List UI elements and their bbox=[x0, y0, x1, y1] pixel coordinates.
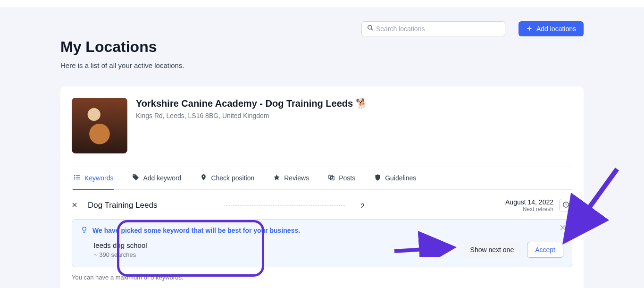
svg-marker-10 bbox=[274, 174, 280, 180]
page-title: My Locations bbox=[60, 38, 584, 56]
list-icon bbox=[74, 174, 81, 182]
keyword-suggestion-panel: We have picked some keyword that will be… bbox=[72, 219, 572, 267]
location-address: Kings Rd, Leeds, LS16 8BG, United Kingdo… bbox=[136, 112, 368, 119]
page-subtitle: Here is a list of all your active locati… bbox=[60, 61, 584, 69]
svg-point-7 bbox=[75, 175, 75, 176]
search-icon bbox=[367, 25, 374, 33]
tab-label: Posts bbox=[339, 174, 355, 182]
tabs: Keywords Add keyword Check position Revi… bbox=[72, 167, 572, 190]
svg-point-0 bbox=[368, 25, 372, 29]
tab-guidelines[interactable]: Guidelines bbox=[373, 167, 417, 190]
tab-label: Reviews bbox=[284, 174, 309, 182]
remove-keyword-button[interactable] bbox=[72, 202, 79, 209]
suggestion-headline: We have picked some keyword that will be… bbox=[92, 227, 300, 234]
keyword-limit-note: You can have a maximum of 5 keywords. bbox=[72, 274, 572, 281]
tab-posts[interactable]: Posts bbox=[327, 167, 356, 190]
tab-label: Guidelines bbox=[385, 174, 416, 182]
post-icon bbox=[328, 174, 335, 182]
refresh-button[interactable] bbox=[559, 199, 572, 212]
tab-label: Check position bbox=[211, 174, 254, 182]
add-locations-label: Add locations bbox=[536, 25, 576, 33]
show-next-button[interactable]: Show next one bbox=[464, 242, 521, 258]
search-locations-wrap bbox=[361, 21, 505, 36]
tab-keywords[interactable]: Keywords bbox=[73, 167, 114, 190]
svg-line-1 bbox=[371, 29, 373, 30]
lightbulb-icon bbox=[81, 226, 88, 235]
accept-button[interactable]: Accept bbox=[527, 242, 563, 258]
svg-point-9 bbox=[75, 179, 75, 179]
suggested-keyword: leeds dog school bbox=[94, 241, 147, 249]
star-icon bbox=[273, 174, 280, 182]
location-card: Yorkshire Canine Academy - Dog Training … bbox=[60, 86, 584, 288]
keyword-date: August 14, 2022 bbox=[505, 198, 553, 206]
tab-check-position[interactable]: Check position bbox=[199, 167, 255, 190]
location-thumbnail bbox=[72, 98, 127, 153]
keyword-name: Dog Training Leeds bbox=[88, 201, 210, 210]
close-suggestion-button[interactable] bbox=[560, 224, 566, 233]
plus-icon bbox=[526, 25, 533, 33]
top-bar bbox=[0, 0, 644, 8]
tab-label: Keywords bbox=[84, 174, 113, 182]
search-locations-input[interactable] bbox=[361, 21, 505, 36]
suggested-keyword-searches: ~ 390 searches bbox=[94, 251, 147, 258]
pin-icon bbox=[200, 174, 207, 182]
keyword-date-sub: Next refresh bbox=[505, 206, 553, 212]
shield-icon bbox=[374, 174, 381, 182]
location-name: Yorkshire Canine Academy - Dog Training … bbox=[136, 98, 368, 109]
tab-add-keyword[interactable]: Add keyword bbox=[131, 167, 182, 190]
svg-point-8 bbox=[75, 177, 75, 178]
tab-label: Add keyword bbox=[143, 174, 181, 182]
keyword-divider bbox=[224, 205, 345, 206]
tag-icon bbox=[132, 174, 139, 182]
add-locations-button[interactable]: Add locations bbox=[519, 21, 584, 36]
clock-refresh-icon bbox=[562, 201, 569, 210]
keyword-rank: 2 bbox=[358, 202, 368, 210]
keyword-row: Dog Training Leeds 2 August 14, 2022 Nex… bbox=[72, 190, 572, 219]
tab-reviews[interactable]: Reviews bbox=[272, 167, 310, 190]
